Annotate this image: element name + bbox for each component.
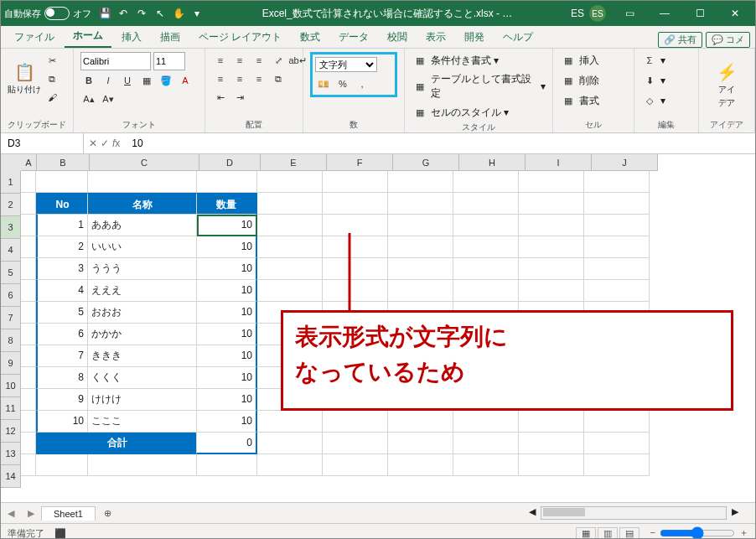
cell-no[interactable]: 8 <box>36 367 88 389</box>
align-middle-icon[interactable]: ≡ <box>231 52 248 69</box>
cell-name[interactable]: ききき <box>88 345 197 367</box>
cell[interactable] <box>388 258 453 280</box>
cell[interactable] <box>388 411 453 433</box>
cell[interactable] <box>88 454 197 476</box>
name-box[interactable] <box>1 133 84 153</box>
cell[interactable] <box>21 171 36 193</box>
cell-qty[interactable]: 10 <box>197 367 257 389</box>
cell[interactable] <box>21 389 36 411</box>
tab-data[interactable]: データ <box>330 27 377 48</box>
row-header[interactable]: 7 <box>1 307 21 329</box>
tab-developer[interactable]: 開発 <box>456 27 493 48</box>
cell[interactable] <box>584 236 650 258</box>
cell[interactable] <box>453 411 519 433</box>
add-sheet-icon[interactable]: ⊕ <box>96 508 120 519</box>
cell-qty[interactable]: 10 <box>197 302 257 324</box>
cell[interactable] <box>21 367 36 389</box>
tab-file[interactable]: ファイル <box>6 27 63 48</box>
row-header[interactable]: 13 <box>1 443 21 465</box>
row-header[interactable]: 14 <box>1 465 21 488</box>
delete-cells-button[interactable]: 削除 <box>579 74 599 88</box>
cell[interactable] <box>257 236 323 258</box>
cell[interactable] <box>453 280 519 302</box>
merge-center-icon[interactable]: ⧉ <box>270 70 287 87</box>
cell-no[interactable]: 4 <box>36 280 88 302</box>
cell[interactable] <box>519 171 584 193</box>
cell[interactable] <box>257 433 323 454</box>
formula-input[interactable] <box>130 137 753 150</box>
cell[interactable] <box>21 324 36 345</box>
format-cells-icon[interactable]: ▦ <box>560 92 577 109</box>
cell[interactable] <box>453 215 519 236</box>
zoom-slider[interactable]: − ＋ <box>650 525 748 539</box>
conditional-format-icon[interactable]: ▦ <box>412 52 428 69</box>
row-header[interactable]: 10 <box>1 375 21 397</box>
column-header[interactable]: E <box>261 154 327 171</box>
cell[interactable] <box>257 454 323 476</box>
row-header[interactable]: 2 <box>1 194 21 216</box>
cell-name[interactable]: くくく <box>88 367 197 389</box>
cell[interactable] <box>323 433 388 454</box>
cell[interactable] <box>388 193 453 215</box>
hscroll-right-icon[interactable]: ▶ <box>727 506 743 520</box>
underline-button[interactable]: U <box>119 72 136 89</box>
cell[interactable] <box>323 454 388 476</box>
conditional-format-button[interactable]: 条件付き書式 <box>431 54 491 68</box>
cell[interactable] <box>388 280 453 302</box>
column-header[interactable]: F <box>327 154 393 171</box>
orientation-icon[interactable]: ⤢ <box>270 52 287 69</box>
cell[interactable] <box>519 258 584 280</box>
align-center-icon[interactable]: ≡ <box>231 70 248 87</box>
hscroll-left-icon[interactable]: ◀ <box>524 506 541 520</box>
maximize-icon[interactable]: ☐ <box>683 2 717 25</box>
accounting-format-icon[interactable]: 💴 <box>315 75 332 92</box>
format-table-button[interactable]: テーブルとして書式設定 <box>431 72 538 101</box>
percent-format-icon[interactable]: % <box>334 75 351 92</box>
user-badge[interactable]: ES ES <box>571 5 606 22</box>
save-icon[interactable]: 💾 <box>98 7 111 20</box>
cell[interactable] <box>584 193 650 215</box>
cell-qty[interactable]: 10 <box>197 236 257 258</box>
align-top-icon[interactable]: ≡ <box>212 52 229 69</box>
format-cells-button[interactable]: 書式 <box>579 94 599 108</box>
cell[interactable] <box>453 454 519 476</box>
italic-button[interactable]: I <box>100 72 117 89</box>
cell[interactable] <box>584 215 650 236</box>
row-header[interactable]: 9 <box>1 352 21 375</box>
column-header[interactable]: I <box>526 154 592 171</box>
cell[interactable] <box>323 411 388 433</box>
cell-qty[interactable]: 10 <box>197 345 257 367</box>
cell[interactable] <box>453 171 519 193</box>
macro-record-icon[interactable]: ⬛ <box>54 528 66 539</box>
cell[interactable] <box>21 302 36 324</box>
total-value[interactable]: 0 <box>197 433 257 454</box>
cell[interactable] <box>323 193 388 215</box>
cell-qty[interactable]: 10 <box>197 389 257 411</box>
ribbon-display-icon[interactable]: ▭ <box>613 2 646 25</box>
cell-name[interactable]: こここ <box>88 411 197 433</box>
border-button[interactable]: ▦ <box>138 72 155 89</box>
cell-name[interactable]: ううう <box>88 258 197 280</box>
column-header[interactable]: D <box>199 154 261 171</box>
cell-no[interactable]: 2 <box>36 236 88 258</box>
font-name-combo[interactable] <box>80 52 151 70</box>
minimize-icon[interactable]: — <box>648 2 681 25</box>
table-header-qty[interactable]: 数量 <box>197 193 257 215</box>
column-header[interactable]: A <box>21 154 37 171</box>
cell-qty[interactable]: 10 <box>197 280 257 302</box>
cell[interactable] <box>36 454 88 476</box>
cell[interactable] <box>257 193 323 215</box>
cell-name[interactable]: おおお <box>88 302 197 324</box>
comments-button[interactable]: 💬 コメ <box>706 32 750 48</box>
cell[interactable] <box>519 236 584 258</box>
autosave-toggle[interactable]: 自動保存 オフ <box>4 7 91 20</box>
share-button[interactable]: 🔗 共有 <box>658 32 702 48</box>
tab-insert[interactable]: 挿入 <box>113 27 150 48</box>
horizontal-scrollbar[interactable] <box>541 506 727 520</box>
increase-font-icon[interactable]: A▴ <box>80 91 97 107</box>
cell[interactable] <box>453 236 519 258</box>
scrollbar-thumb[interactable] <box>543 508 585 516</box>
cell-styles-button[interactable]: セルのスタイル <box>431 106 501 120</box>
cell[interactable] <box>584 171 650 193</box>
customize-qat-icon[interactable]: ▾ <box>190 7 204 20</box>
